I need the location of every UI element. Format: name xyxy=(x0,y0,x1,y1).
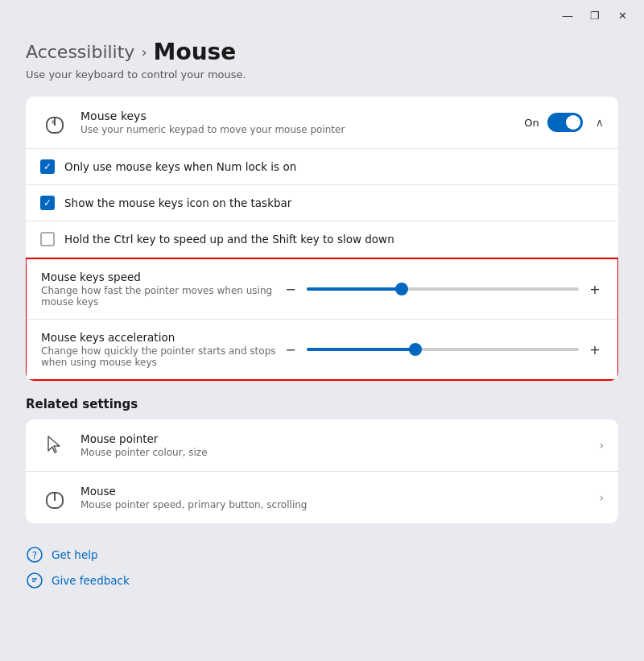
slider-section: Mouse keys speed Change how fast the poi… xyxy=(26,258,618,381)
checkbox-row-num-lock[interactable]: ✓ Only use mouse keys when Num lock is o… xyxy=(26,149,618,185)
slider-accel-thumb[interactable] xyxy=(409,343,422,356)
svg-text:?: ? xyxy=(32,550,37,561)
mouse-pointer-icon xyxy=(40,431,69,460)
title-bar: — ❐ ✕ xyxy=(0,0,644,31)
related-settings-card: Mouse pointer Mouse pointer colour, size… xyxy=(26,419,618,523)
mouse-keys-title: Mouse keys xyxy=(80,109,524,122)
checkbox-num-lock-label: Only use mouse keys when Num lock is on xyxy=(64,160,296,173)
slider-accel-title: Mouse keys acceleration xyxy=(41,331,283,344)
settings-card: Mouse keys Use your numeric keypad to mo… xyxy=(26,97,618,381)
checkbox-row-ctrl-shift[interactable]: Hold the Ctrl key to speed up and the Sh… xyxy=(26,221,618,258)
mouse-keys-toggle[interactable] xyxy=(547,113,583,132)
maximize-button[interactable]: ❐ xyxy=(583,6,607,24)
slider-accel-control: − + xyxy=(283,341,603,357)
slider-accel-minus[interactable]: − xyxy=(283,342,299,357)
mouse-keys-right: On ∧ xyxy=(524,113,604,132)
slider-row-speed: Mouse keys speed Change how fast the poi… xyxy=(27,259,617,320)
slider-speed-bg xyxy=(307,287,579,291)
minimize-button[interactable]: — xyxy=(555,6,580,24)
give-feedback-icon xyxy=(26,572,43,589)
checkbox-ctrl-shift-label: Hold the Ctrl key to speed up and the Sh… xyxy=(64,233,394,246)
page-subtitle: Use your keyboard to control your mouse. xyxy=(26,68,618,81)
check-icon-2: ✓ xyxy=(43,198,52,208)
slider-accel-track[interactable] xyxy=(307,341,579,357)
related-mouse-title: Mouse xyxy=(80,485,599,498)
slider-speed-fill xyxy=(307,287,402,291)
get-help-label: Get help xyxy=(52,548,98,561)
svg-point-7 xyxy=(27,573,42,588)
slider-accel-desc: Change how quickly the pointer starts an… xyxy=(41,345,283,368)
toggle-thumb xyxy=(566,115,580,130)
chevron-right-icon-1: › xyxy=(599,491,604,504)
related-mouse-desc: Mouse pointer speed, primary button, scr… xyxy=(80,499,599,510)
related-mouse-pointer-title: Mouse pointer xyxy=(80,432,599,445)
chevron-up-icon[interactable]: ∧ xyxy=(596,116,604,129)
breadcrumb-separator: › xyxy=(141,43,147,60)
chevron-right-icon-0: › xyxy=(599,439,604,452)
breadcrumb-parent[interactable]: Accessibility xyxy=(26,42,134,62)
mouse-keys-desc: Use your numeric keypad to move your mou… xyxy=(80,124,524,135)
slider-accel-text: Mouse keys acceleration Change how quick… xyxy=(41,331,283,368)
close-button[interactable]: ✕ xyxy=(610,6,634,24)
breadcrumb: Accessibility › Mouse xyxy=(26,39,618,65)
slider-speed-minus[interactable]: − xyxy=(283,282,299,297)
mouse-keys-text: Mouse keys Use your numeric keypad to mo… xyxy=(80,109,524,135)
slider-speed-thumb[interactable] xyxy=(395,283,408,295)
related-mouse-pointer-desc: Mouse pointer colour, size xyxy=(80,447,599,458)
slider-speed-track[interactable] xyxy=(307,281,579,297)
checkbox-ctrl-shift[interactable] xyxy=(40,232,55,246)
checkbox-row-taskbar-icon[interactable]: ✓ Show the mouse keys icon on the taskba… xyxy=(26,185,618,221)
related-mouse-text: Mouse Mouse pointer speed, primary butto… xyxy=(80,485,599,510)
main-content: Accessibility › Mouse Use your keyboard … xyxy=(0,31,644,615)
get-help-link[interactable]: ? Get help xyxy=(26,546,618,564)
slider-speed-control: − + xyxy=(283,281,603,297)
slider-accel-plus[interactable]: + xyxy=(587,342,603,357)
checkbox-taskbar-label: Show the mouse keys icon on the taskbar xyxy=(64,196,291,209)
checkbox-num-lock[interactable]: ✓ xyxy=(40,159,55,174)
related-row-mouse[interactable]: Mouse Mouse pointer speed, primary butto… xyxy=(26,472,618,523)
get-help-icon: ? xyxy=(26,546,43,564)
slider-accel-fill xyxy=(307,348,415,351)
slider-speed-desc: Change how fast the pointer moves when u… xyxy=(41,285,283,308)
checkbox-taskbar-icon[interactable]: ✓ xyxy=(40,196,55,210)
related-mouse-pointer-text: Mouse pointer Mouse pointer colour, size xyxy=(80,432,599,458)
mouse-keys-header: Mouse keys Use your numeric keypad to mo… xyxy=(26,97,618,149)
slider-speed-title: Mouse keys speed xyxy=(41,271,283,283)
breadcrumb-current: Mouse xyxy=(154,39,237,65)
mouse-icon xyxy=(40,108,69,137)
slider-speed-text: Mouse keys speed Change how fast the poi… xyxy=(41,271,283,308)
footer-links: ? Get help Give feedback xyxy=(26,539,618,596)
slider-accel-bg xyxy=(307,348,579,351)
svg-rect-2 xyxy=(52,120,55,124)
related-settings-title: Related settings xyxy=(26,397,618,411)
slider-speed-plus[interactable]: + xyxy=(587,282,603,297)
give-feedback-link[interactable]: Give feedback xyxy=(26,572,618,589)
mouse-related-icon xyxy=(40,483,69,512)
related-row-mouse-pointer[interactable]: Mouse pointer Mouse pointer colour, size… xyxy=(26,419,618,472)
slider-row-acceleration: Mouse keys acceleration Change how quick… xyxy=(27,320,617,379)
give-feedback-label: Give feedback xyxy=(52,574,130,587)
toggle-label: On xyxy=(524,117,539,129)
check-icon: ✓ xyxy=(43,162,52,171)
